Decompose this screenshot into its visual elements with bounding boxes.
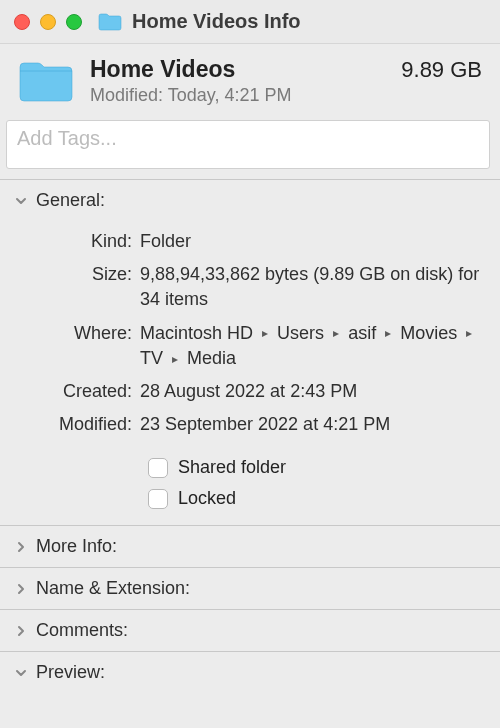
chevron-right-icon (14, 624, 28, 638)
modified-value: 23 September 2022 at 4:21 PM (140, 412, 482, 437)
general-body: Kind: Folder Size: 9,88,94,33,862 bytes … (0, 229, 500, 525)
tags-input[interactable]: Add Tags... (6, 120, 490, 169)
path-segment: Users (277, 323, 324, 343)
path-segment: Movies (400, 323, 457, 343)
section-title: More Info: (36, 536, 117, 557)
where-value: Macintosh HD ▸ Users ▸ asif ▸ Movies ▸ T… (140, 321, 482, 371)
section-title: General: (36, 190, 105, 211)
chevron-right-icon: ▸ (385, 325, 391, 342)
where-label: Where: (18, 321, 140, 346)
kind-label: Kind: (18, 229, 140, 254)
close-window-button[interactable] (14, 14, 30, 30)
modified-summary: Modified: Today, 4:21 PM (90, 85, 482, 106)
chevron-down-icon (14, 194, 28, 208)
shared-folder-label: Shared folder (178, 457, 286, 478)
header-text: Home Videos 9.89 GB Modified: Today, 4:2… (90, 56, 482, 106)
section-general-header[interactable]: General: (0, 180, 500, 221)
header: Home Videos 9.89 GB Modified: Today, 4:2… (0, 44, 500, 116)
folder-name: Home Videos (90, 56, 235, 83)
minimize-window-button[interactable] (40, 14, 56, 30)
size-value: 9,88,94,33,862 bytes (9.89 GB on disk) f… (140, 262, 482, 312)
section-comments-header[interactable]: Comments: (0, 610, 500, 651)
section-preview-header[interactable]: Preview: (0, 652, 500, 693)
path-segment: Macintosh HD (140, 323, 253, 343)
section-title: Preview: (36, 662, 105, 683)
chevron-right-icon: ▸ (262, 325, 268, 342)
window-title: Home Videos Info (132, 10, 301, 33)
traffic-lights (14, 14, 82, 30)
locked-row: Locked (18, 488, 482, 509)
chevron-right-icon: ▸ (172, 351, 178, 368)
path-segment: asif (348, 323, 376, 343)
folder-icon (18, 58, 74, 104)
kind-value: Folder (140, 229, 482, 254)
shared-folder-row: Shared folder (18, 457, 482, 478)
size-label: Size: (18, 262, 140, 287)
chevron-down-icon (14, 666, 28, 680)
titlebar: Home Videos Info (0, 0, 500, 44)
created-label: Created: (18, 379, 140, 404)
created-value: 28 August 2022 at 2:43 PM (140, 379, 482, 404)
locked-checkbox[interactable] (148, 489, 168, 509)
chevron-right-icon: ▸ (466, 325, 472, 342)
folder-size: 9.89 GB (401, 57, 482, 83)
section-name-ext-header[interactable]: Name & Extension: (0, 568, 500, 609)
section-title: Comments: (36, 620, 128, 641)
folder-icon (98, 12, 122, 31)
shared-folder-checkbox[interactable] (148, 458, 168, 478)
section-title: Name & Extension: (36, 578, 190, 599)
chevron-right-icon (14, 582, 28, 596)
modified-value: Today, 4:21 PM (168, 85, 292, 105)
chevron-right-icon: ▸ (333, 325, 339, 342)
modified-label: Modified: (90, 85, 163, 105)
modified-label: Modified: (18, 412, 140, 437)
zoom-window-button[interactable] (66, 14, 82, 30)
section-more-info-header[interactable]: More Info: (0, 526, 500, 567)
path-segment: TV (140, 348, 163, 368)
locked-label: Locked (178, 488, 236, 509)
chevron-right-icon (14, 540, 28, 554)
path-segment: Media (187, 348, 236, 368)
